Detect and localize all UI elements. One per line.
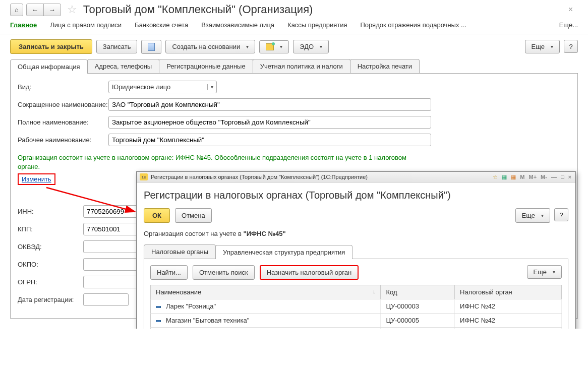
regdate-label: Дата регистрации: [18, 296, 83, 303]
kpp-label: КПП: [18, 225, 83, 233]
home-button[interactable]: ⌂ [10, 4, 23, 16]
tab-general[interactable]: Общая информация [10, 59, 88, 74]
tab-addresses[interactable]: Адреса, телефоны [87, 59, 160, 73]
arrow-left-icon: ← [32, 6, 38, 14]
ogrn-label: ОГРН: [18, 278, 83, 286]
pin-icon[interactable]: ☆ [492, 174, 499, 180]
more-button[interactable]: Еще [525, 40, 560, 53]
edo-button[interactable]: ЭДО [293, 40, 329, 53]
arrow-right-icon: → [49, 6, 55, 14]
find-button[interactable]: Найти... [150, 265, 188, 280]
nav-bank[interactable]: Банковские счета [135, 21, 188, 29]
dialog-title: Регистрации в налоговых органах (Торговы… [144, 190, 568, 201]
tax-registration-dialog: 1c Регистрации в налоговых органах (Торг… [136, 171, 576, 329]
save-close-button[interactable]: Записать и закрыть [10, 39, 92, 54]
nav-related[interactable]: Взаимозависимые лица [201, 21, 274, 29]
nav-signers[interactable]: Лица с правом подписи [50, 21, 122, 29]
nav-more[interactable]: Еще... [559, 21, 578, 29]
close-button[interactable]: × [563, 5, 578, 14]
table-row[interactable]: Магазин "Бытовая техника"ЦУ-000005ИФНС №… [151, 314, 562, 328]
help-button[interactable]: ? [564, 40, 578, 53]
nav-cash[interactable]: Кассы предприятия [287, 21, 347, 29]
sort-icon: ↓ [373, 288, 376, 294]
mem-mplus[interactable]: M+ [527, 174, 538, 180]
assign-tax-button[interactable]: Назначить налоговый орган [260, 265, 359, 280]
dialog-help-button[interactable]: ? [554, 208, 568, 221]
calendar-icon[interactable]: ▦ [510, 174, 517, 180]
inn-input[interactable] [83, 205, 139, 218]
chevron-down-icon: ▾ [207, 84, 213, 90]
col-tax[interactable]: Налоговый орган [455, 285, 562, 299]
book-button[interactable] [259, 40, 289, 53]
dialog-more-button[interactable]: Еще [515, 208, 550, 223]
vid-select[interactable]: Юридическое лицо▾ [108, 81, 217, 93]
short-label: Сокращенное наименование: [18, 101, 108, 108]
nav-main[interactable]: Главное [10, 21, 37, 29]
dialog-titlebar-text: Регистрации в налоговых органах (Торговы… [151, 174, 368, 180]
mem-mminus[interactable]: M- [540, 174, 548, 180]
change-link[interactable]: Изменить [18, 173, 55, 185]
cancel-button[interactable]: Отмена [175, 208, 212, 223]
col-name[interactable]: Наименование↓ [151, 285, 381, 299]
home-icon: ⌂ [15, 6, 19, 14]
short-name-input[interactable] [108, 98, 431, 111]
work-label: Рабочее наименование: [18, 136, 108, 144]
item-icon [156, 320, 161, 322]
kpp-input[interactable] [83, 223, 139, 235]
tab-print[interactable]: Настройка печати [350, 59, 420, 73]
col-code[interactable]: Код [381, 285, 455, 299]
cancel-search-button[interactable]: Отменить поиск [193, 265, 255, 280]
full-label: Полное наименование: [18, 118, 108, 126]
document-icon [148, 43, 155, 51]
okpo-input[interactable] [83, 258, 139, 271]
inner-more-button[interactable]: Еще [527, 265, 562, 279]
okved-label: ОКВЭД: [18, 243, 83, 251]
book-icon [266, 43, 274, 50]
maximize-icon[interactable]: □ [560, 174, 565, 180]
inn-label: ИНН: [18, 208, 83, 215]
work-name-input[interactable] [108, 134, 431, 146]
doc-button[interactable] [141, 40, 161, 54]
table-row[interactable]: Магазин "Продукты"ЦУ-000001ИФНС №42 [151, 328, 562, 329]
item-icon [156, 306, 161, 308]
okpo-label: ОКПО: [18, 261, 83, 268]
structure-table: Наименование↓ Код Налоговый орган Ларек … [150, 285, 562, 329]
close-icon[interactable]: × [567, 174, 572, 180]
inner-tab-structure[interactable]: Управленческая структура предприятия [215, 245, 352, 259]
mem-m[interactable]: M [519, 174, 525, 180]
save-button[interactable]: Записать [96, 40, 138, 53]
dialog-note: Организация состоит на учете в "ИФНС №45… [144, 230, 568, 237]
calc-icon[interactable]: ▦ [501, 174, 508, 180]
back-button[interactable]: ← [27, 4, 44, 16]
table-row[interactable]: Ларек "Розница"ЦУ-000003ИФНС №42 [151, 299, 562, 314]
star-icon[interactable]: ☆ [67, 3, 77, 16]
forward-button[interactable]: → [44, 4, 61, 16]
ok-button[interactable]: ОК [144, 208, 170, 223]
minimize-icon[interactable]: — [550, 174, 558, 180]
page-title: Торговый дом "Комплексный" (Организация) [83, 3, 313, 16]
tab-registration[interactable]: Регистрационные данные [159, 59, 253, 73]
regdate-input[interactable] [83, 293, 129, 306]
registration-note: Организация состоит на учете в налоговом… [18, 153, 411, 171]
ogrn-input[interactable] [83, 276, 139, 288]
full-name-input[interactable] [108, 116, 431, 129]
okved-input[interactable] [83, 240, 139, 253]
vid-label: Вид: [18, 83, 108, 91]
tab-accounting[interactable]: Учетная политика и налоги [253, 59, 350, 73]
oneC-icon: 1c [140, 173, 148, 180]
inner-tab-tax[interactable]: Налоговые органы [144, 244, 216, 259]
create-based-button[interactable]: Создать на основании [165, 40, 255, 53]
nav-gift[interactable]: Порядок отражения подарочных ... [360, 21, 466, 29]
